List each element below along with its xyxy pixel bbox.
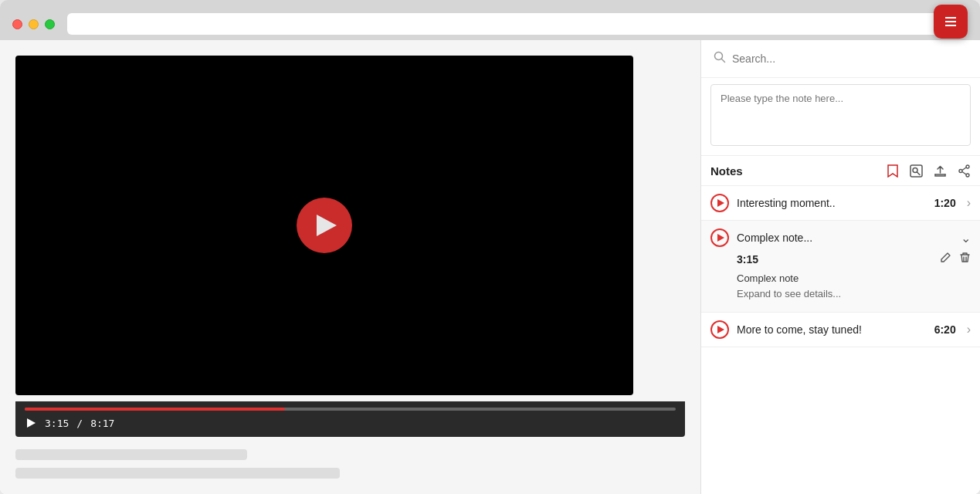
app-icon-line <box>945 17 956 19</box>
upload-icon[interactable] <box>934 164 947 178</box>
chevron-right-icon-1[interactable]: › <box>967 196 971 210</box>
note-item-1: Interesting moment.. 1:20 › <box>701 186 980 221</box>
chevron-right-icon-3[interactable]: › <box>967 323 971 337</box>
note-play-button-1[interactable] <box>710 194 729 212</box>
note-text: Complex note Expand to see details... <box>737 271 971 301</box>
app-icon-line <box>945 25 956 26</box>
note-title-2: Complex note... <box>737 232 950 244</box>
play-icon-small <box>27 418 36 428</box>
time-separator: / <box>76 418 83 429</box>
note-time-1: 1:20 <box>934 197 956 209</box>
progress-fill <box>25 408 285 411</box>
search-bar <box>701 40 980 78</box>
note-expand-link[interactable]: Expand to see details... <box>737 286 971 302</box>
notes-label: Notes <box>710 164 887 178</box>
bookmark-icon[interactable] <box>887 164 899 178</box>
note-play-triangle-3 <box>717 326 724 333</box>
svg-line-4 <box>917 172 921 175</box>
note-expanded-header: 3:15 <box>737 252 971 266</box>
browser-chrome <box>0 0 980 40</box>
note-play-button-3[interactable] <box>710 320 729 339</box>
skeleton-bar-1 <box>15 449 247 460</box>
note-play-triangle-1 <box>717 199 724 207</box>
main-content: 3:15 / 8:17 N <box>0 40 980 494</box>
app-icon <box>934 5 968 39</box>
play-button-small[interactable] <box>25 417 37 429</box>
note-title-3: More to come, stay tuned! <box>737 323 927 336</box>
play-button-large[interactable] <box>297 198 352 253</box>
skeleton-bars <box>15 449 685 479</box>
find-in-page-icon[interactable] <box>910 164 923 178</box>
maximize-button[interactable] <box>45 19 55 29</box>
video-controls: 3:15 / 8:17 <box>15 401 685 437</box>
search-input[interactable] <box>732 52 968 65</box>
minimize-button[interactable] <box>29 19 39 29</box>
close-button[interactable] <box>12 19 22 29</box>
app-icon-line <box>945 21 956 22</box>
notes-panel: Notes <box>700 40 980 494</box>
delete-icon[interactable] <box>959 252 971 266</box>
note-textarea-wrapper <box>701 78 980 156</box>
svg-point-6 <box>966 174 969 177</box>
note-timestamp: 3:15 <box>737 253 758 266</box>
note-title-1: Interesting moment.. <box>737 197 927 209</box>
app-icon-decoration <box>945 17 956 26</box>
note-play-triangle-2 <box>717 234 724 242</box>
note-edit-actions <box>940 252 971 266</box>
share-icon[interactable] <box>958 164 971 178</box>
svg-line-9 <box>962 171 966 174</box>
address-bar[interactable] <box>67 13 955 35</box>
edit-icon[interactable] <box>940 252 951 266</box>
svg-line-8 <box>962 167 966 171</box>
time-duration: 8:17 <box>90 418 114 429</box>
svg-line-1 <box>722 59 725 63</box>
note-play-button-2[interactable] <box>710 228 729 247</box>
note-item-3: More to come, stay tuned! 6:20 › <box>701 313 980 347</box>
video-container[interactable] <box>15 56 633 395</box>
note-time-3: 6:20 <box>934 323 956 336</box>
notes-actions <box>887 164 971 178</box>
controls-row: 3:15 / 8:17 <box>25 417 676 429</box>
skeleton-bar-2 <box>15 468 340 479</box>
note-item-2: Complex note... ⌄ 3:15 <box>701 221 980 313</box>
note-item-row-1: Interesting moment.. 1:20 › <box>710 194 971 212</box>
svg-point-5 <box>966 165 969 168</box>
progress-track[interactable] <box>25 408 676 411</box>
traffic-lights <box>12 19 55 29</box>
notes-header: Notes <box>701 156 980 186</box>
note-expanded-content: 3:15 <box>710 247 971 304</box>
play-triangle-icon <box>317 215 337 236</box>
search-icon <box>714 51 726 66</box>
video-panel: 3:15 / 8:17 <box>0 40 700 494</box>
time-display: 3:15 <box>45 418 69 429</box>
note-item-row-3: More to come, stay tuned! 6:20 › <box>710 320 971 339</box>
note-item-row-2: Complex note... ⌄ <box>710 228 971 247</box>
svg-point-7 <box>959 169 962 172</box>
note-textarea[interactable] <box>710 84 971 146</box>
svg-rect-2 <box>910 165 922 177</box>
chevron-down-icon-2[interactable]: ⌄ <box>961 231 971 245</box>
